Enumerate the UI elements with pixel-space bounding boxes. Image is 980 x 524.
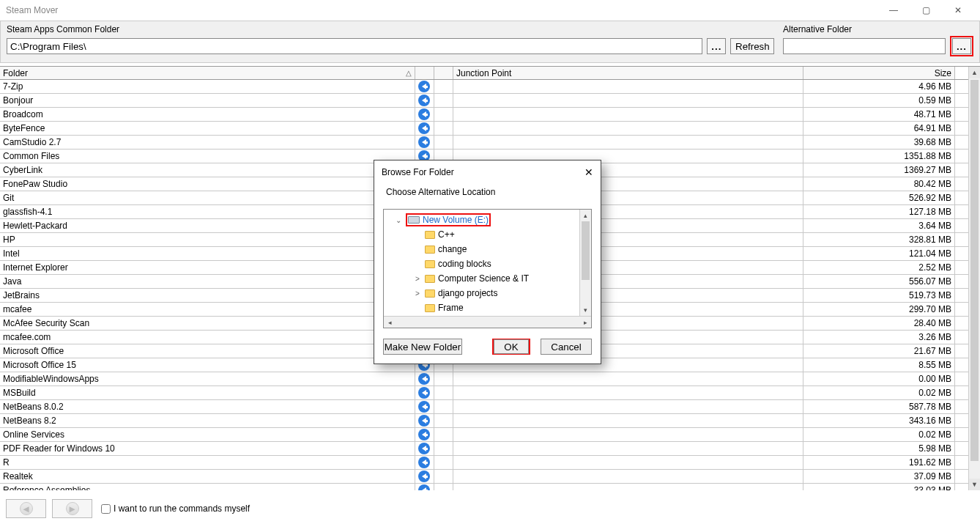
cell-move-left[interactable]: [415, 80, 434, 93]
tree-item[interactable]: coding blocks: [384, 257, 579, 271]
table-row[interactable]: CamStudio 2.739.68 MB: [0, 136, 980, 150]
tree-item-label: Frame: [438, 303, 464, 313]
cell-move-left[interactable]: [415, 456, 434, 469]
cell-move-right[interactable]: [434, 386, 453, 399]
cell-junction: [453, 400, 803, 413]
close-button[interactable]: ✕: [942, 0, 974, 21]
cell-move-left[interactable]: [415, 386, 434, 399]
arrow-left-icon: [418, 429, 430, 440]
table-row[interactable]: Broadcom48.71 MB: [0, 108, 980, 122]
alt-input[interactable]: [783, 38, 946, 54]
table-row[interactable]: Bonjour0.59 MB: [0, 94, 980, 108]
tree-scroll-up-icon[interactable]: ▴: [580, 210, 591, 221]
cell-move-left[interactable]: [415, 122, 434, 135]
cell-size: 0.02 MB: [803, 386, 955, 399]
cell-move-left[interactable]: [415, 400, 434, 413]
tree-vscroll[interactable]: ▴ ▾: [579, 210, 591, 316]
cell-move-right[interactable]: [434, 372, 453, 385]
cell-move-right[interactable]: [434, 122, 453, 135]
table-row[interactable]: NetBeans 8.0.2587.78 MB: [0, 400, 980, 414]
cell-size: 37.09 MB: [803, 470, 955, 483]
table-row[interactable]: Online Services0.02 MB: [0, 428, 980, 442]
folder-icon: [425, 289, 435, 298]
tree-item[interactable]: >django projects: [384, 286, 579, 300]
cell-size: 1369.27 MB: [803, 163, 955, 177]
table-row[interactable]: ModifiableWindowsApps0.00 MB: [0, 372, 980, 386]
tree-item[interactable]: >Computer Science & IT: [384, 271, 579, 286]
refresh-button[interactable]: Refresh: [730, 38, 774, 54]
run-myself-checkbox[interactable]: I want to run the commands myself: [101, 503, 250, 514]
cell-junction: [453, 372, 803, 385]
cell-move-left[interactable]: [415, 428, 434, 441]
tree-scroll-right-icon[interactable]: ▸: [579, 317, 591, 328]
table-row[interactable]: ByteFence64.91 MB: [0, 122, 980, 136]
expand-icon[interactable]: >: [413, 275, 422, 283]
scroll-down-icon[interactable]: ▼: [969, 479, 980, 490]
cell-move-left[interactable]: [415, 108, 434, 121]
cell-move-right[interactable]: [434, 442, 453, 455]
header-folder[interactable]: Folder△: [0, 67, 415, 79]
table-scrollbar[interactable]: ▲ ▼: [968, 67, 980, 490]
minimize-button[interactable]: —: [877, 0, 910, 21]
tree-item[interactable]: change: [384, 242, 579, 257]
cell-move-right[interactable]: [434, 484, 453, 490]
tree-item[interactable]: Frame: [384, 300, 579, 315]
make-new-folder-button[interactable]: Make New Folder: [383, 339, 462, 355]
window-title: Steam Mover: [6, 5, 58, 15]
table-row[interactable]: PDF Reader for Windows 105.98 MB: [0, 442, 980, 456]
cell-junction: [453, 80, 803, 93]
tree-drive-item[interactable]: ⌄ New Volume (E:): [384, 213, 579, 227]
cell-move-left[interactable]: [415, 372, 434, 385]
tree-scroll-thumb[interactable]: [582, 221, 590, 280]
cell-move-right[interactable]: [434, 136, 453, 149]
cell-size: 127.18 MB: [803, 205, 955, 218]
cell-move-left[interactable]: [415, 94, 434, 107]
table-row[interactable]: 7-Zip4.96 MB: [0, 80, 980, 94]
header-dir-right[interactable]: [434, 67, 453, 79]
cell-move-left[interactable]: [415, 470, 434, 483]
cell-move-left[interactable]: [415, 442, 434, 455]
cell-move-left[interactable]: [415, 484, 434, 490]
scroll-thumb[interactable]: [970, 80, 979, 461]
cell-size: 0.02 MB: [803, 428, 955, 441]
dialog-close-button[interactable]: ✕: [584, 166, 593, 178]
cell-move-right[interactable]: [434, 80, 453, 93]
expand-icon[interactable]: >: [413, 289, 422, 298]
tree-scroll-left-icon[interactable]: ◂: [384, 317, 396, 328]
header-junction[interactable]: Junction Point: [453, 67, 803, 79]
header-size[interactable]: Size: [803, 67, 955, 79]
tree-item-label: django projects: [438, 288, 497, 298]
collapse-icon[interactable]: ⌄: [394, 216, 403, 224]
cell-size: 519.73 MB: [803, 289, 955, 302]
run-myself-input[interactable]: [101, 504, 111, 514]
table-row[interactable]: Reference Assemblies33.03 MB: [0, 484, 980, 490]
cell-move-right[interactable]: [434, 414, 453, 427]
cell-move-right[interactable]: [434, 470, 453, 483]
path-input[interactable]: [7, 38, 702, 54]
cell-move-right[interactable]: [434, 428, 453, 441]
table-row[interactable]: R191.62 MB: [0, 456, 980, 470]
cell-folder: Internet Explorer: [0, 261, 415, 274]
table-row[interactable]: Realtek37.09 MB: [0, 470, 980, 484]
cell-folder: mcafee.com: [0, 331, 415, 344]
move-right-button[interactable]: ►: [52, 499, 92, 518]
cell-move-right[interactable]: [434, 400, 453, 413]
tree-hscroll[interactable]: ◂ ▸: [384, 316, 591, 328]
tree-scroll-down-icon[interactable]: ▾: [580, 304, 591, 316]
scroll-up-icon[interactable]: ▲: [969, 67, 980, 78]
cell-move-right[interactable]: [434, 456, 453, 469]
cell-move-right[interactable]: [434, 94, 453, 107]
cell-move-left[interactable]: [415, 136, 434, 149]
browse-button[interactable]: ...: [707, 38, 726, 54]
header-dir-left[interactable]: [415, 67, 434, 79]
table-row[interactable]: MSBuild0.02 MB: [0, 386, 980, 400]
cell-move-right[interactable]: [434, 108, 453, 121]
ok-button[interactable]: OK: [494, 339, 529, 354]
cell-move-left[interactable]: [415, 414, 434, 427]
cancel-button[interactable]: Cancel: [541, 339, 592, 355]
tree-item[interactable]: C++: [384, 227, 579, 242]
alt-browse-button[interactable]: ...: [952, 38, 971, 54]
table-row[interactable]: NetBeans 8.2343.16 MB: [0, 414, 980, 428]
maximize-button[interactable]: ▢: [910, 0, 942, 21]
move-left-button[interactable]: ◄: [6, 499, 46, 518]
